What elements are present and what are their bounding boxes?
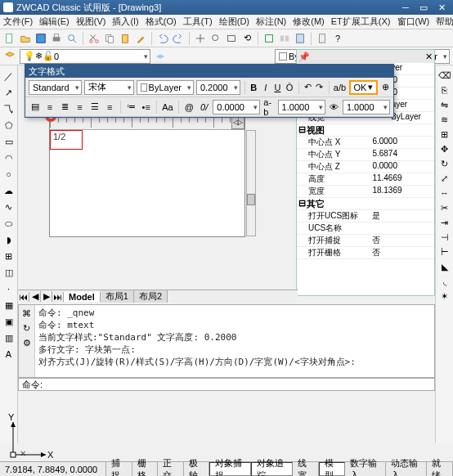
underline-icon[interactable]: U bbox=[273, 81, 283, 94]
tracking-icon[interactable]: a-b bbox=[262, 101, 275, 114]
rectangle-icon[interactable]: ▭ bbox=[2, 134, 16, 149]
mtext-editor[interactable]: 1 ◁▷ 1/2 bbox=[49, 115, 245, 237]
save-icon[interactable] bbox=[34, 32, 47, 45]
layer-combo[interactable]: 💡❄🔓 0 bbox=[20, 49, 150, 64]
align-dist-icon[interactable]: ≡ bbox=[103, 101, 115, 114]
text-ok-button[interactable]: OK▾ bbox=[349, 80, 379, 95]
designcenter-icon[interactable] bbox=[278, 32, 291, 45]
pline-icon[interactable]: ⺄ bbox=[2, 101, 16, 116]
tab-first-icon[interactable]: ⏮ bbox=[18, 292, 29, 302]
offset-icon[interactable]: ≋ bbox=[438, 113, 451, 126]
insert-icon[interactable]: ⊞ bbox=[2, 249, 16, 263]
print-icon[interactable] bbox=[50, 32, 63, 45]
menu-item[interactable]: 文件(F) bbox=[3, 16, 33, 28]
rotate-icon[interactable]: ↻ bbox=[438, 157, 451, 170]
status-toggle[interactable]: 数字输入 bbox=[345, 462, 386, 476]
tab-last-icon[interactable]: ⏭ bbox=[52, 292, 64, 302]
menu-item[interactable]: 编辑(E) bbox=[39, 16, 70, 28]
break-icon[interactable]: ⊣ bbox=[438, 231, 451, 244]
point-icon[interactable]: · bbox=[2, 281, 16, 296]
tab-layout2[interactable]: 布局2 bbox=[134, 290, 168, 303]
status-toggle[interactable]: 极轴 bbox=[184, 462, 210, 476]
oblique-icon[interactable]: 0/ bbox=[198, 101, 210, 114]
cmd-hist-icon[interactable]: ⌘ bbox=[20, 307, 34, 320]
redo-icon[interactable] bbox=[172, 32, 185, 45]
undo-icon[interactable] bbox=[156, 32, 169, 45]
array-icon[interactable]: ⊞ bbox=[438, 128, 451, 141]
status-toggle[interactable]: 对象捕捉 bbox=[209, 462, 251, 476]
text-format-title[interactable]: 文字格式 bbox=[25, 65, 393, 78]
menu-item[interactable]: 绘图(D) bbox=[219, 16, 249, 28]
command-input[interactable]: 命令: bbox=[18, 378, 435, 391]
stretch-icon[interactable]: ↔ bbox=[438, 186, 451, 200]
text-options-icon[interactable]: ⊕ bbox=[380, 81, 390, 94]
fillet-icon[interactable]: ◟ bbox=[438, 275, 451, 288]
explode-icon[interactable]: ✶ bbox=[438, 290, 451, 303]
menu-item[interactable]: 窗口(W) bbox=[397, 16, 430, 28]
prop-row[interactable]: 中心点 Z0.0000 bbox=[297, 161, 434, 173]
cmd-recent-icon[interactable]: ↻ bbox=[20, 321, 34, 335]
prop-row[interactable]: 中心点 Y5.6874 bbox=[297, 149, 434, 161]
text-font-combo[interactable]: 宋体 bbox=[84, 80, 134, 95]
menu-item[interactable]: 标注(N) bbox=[256, 16, 286, 28]
tab-next-icon[interactable]: ▶ bbox=[41, 291, 52, 302]
help-icon[interactable]: ? bbox=[331, 32, 344, 45]
prop-category[interactable]: ⊟视图 bbox=[297, 124, 434, 137]
uppercase-icon[interactable]: Aa bbox=[161, 101, 173, 114]
menu-item[interactable]: 工具(T) bbox=[183, 16, 213, 28]
text-tracking-input[interactable]: 1.0000 bbox=[278, 100, 325, 115]
properties-header[interactable]: 📌 ✕ bbox=[297, 50, 434, 63]
text-undo-icon[interactable]: ↶ bbox=[303, 81, 313, 94]
zoom-window-icon[interactable] bbox=[225, 32, 238, 45]
open-icon[interactable] bbox=[19, 32, 32, 45]
text-height-combo[interactable]: 0.2000 bbox=[196, 80, 240, 95]
prop-row[interactable]: 宽度18.1369 bbox=[297, 186, 434, 198]
menu-item[interactable]: ET扩展工具(X) bbox=[331, 16, 391, 28]
properties-close-icon[interactable]: ✕ bbox=[425, 52, 433, 62]
menu-item[interactable]: 格式(O) bbox=[146, 16, 177, 28]
bullets-icon[interactable]: •≡ bbox=[140, 101, 152, 114]
hatch-icon[interactable]: ▦ bbox=[2, 298, 16, 312]
overline-icon[interactable]: Ō bbox=[285, 81, 294, 94]
text-color-combo[interactable]: ByLayer bbox=[137, 80, 194, 95]
status-toggle[interactable]: 捕捉 bbox=[106, 462, 132, 476]
status-toggle[interactable]: 对象追踪 bbox=[251, 462, 293, 476]
status-toggle[interactable]: 模型 bbox=[319, 462, 346, 476]
mtext-content[interactable]: 1/2 bbox=[53, 132, 65, 141]
erase-icon[interactable]: ⌫ bbox=[438, 69, 451, 82]
cut-icon[interactable] bbox=[87, 32, 101, 45]
bold-icon[interactable]: B bbox=[249, 81, 258, 94]
status-toggle[interactable]: 线宽 bbox=[293, 462, 319, 476]
extend-icon[interactable]: ⇥ bbox=[438, 216, 451, 229]
prop-category[interactable]: ⊟其它 bbox=[297, 198, 434, 210]
prop-row[interactable]: 中心点 X6.0000 bbox=[297, 137, 434, 149]
scroll-thumb[interactable] bbox=[247, 194, 255, 205]
close-button[interactable]: ✕ bbox=[433, 2, 450, 13]
line-icon[interactable]: ／ bbox=[2, 69, 16, 83]
move-icon[interactable]: ✥ bbox=[438, 142, 451, 155]
align-tl-icon[interactable]: ▤ bbox=[29, 101, 41, 114]
italic-icon[interactable]: I bbox=[261, 81, 271, 94]
ellipse-icon[interactable]: ⬭ bbox=[2, 216, 16, 231]
text-width-input[interactable]: 1.0000 bbox=[343, 100, 390, 115]
status-toggle[interactable]: 正交 bbox=[158, 462, 184, 476]
revcloud-icon[interactable]: ☁ bbox=[2, 183, 16, 198]
text-format-panel[interactable]: 文字格式 Standard 宋体 ByLayer 0.2000 B I U Ō … bbox=[25, 64, 394, 118]
block-icon[interactable]: ◫ bbox=[2, 265, 16, 280]
region-icon[interactable]: ▣ bbox=[2, 314, 16, 329]
polygon-icon[interactable]: ⬠ bbox=[2, 118, 16, 132]
status-toggle[interactable]: 栅格 bbox=[132, 462, 159, 476]
menu-item[interactable]: 帮助(H) bbox=[436, 16, 453, 28]
arc-icon[interactable]: ◠ bbox=[2, 150, 16, 165]
zoom-realtime-icon[interactable] bbox=[209, 32, 222, 45]
toolpalettes-icon[interactable] bbox=[294, 32, 307, 45]
text-style-combo[interactable]: Standard bbox=[29, 80, 82, 95]
zoom-prev-icon[interactable]: ⟲ bbox=[240, 32, 253, 45]
prop-row[interactable]: 打开UCS图标是 bbox=[297, 210, 434, 222]
prop-row[interactable]: 高度11.4669 bbox=[297, 173, 434, 186]
symbol-icon[interactable]: @ bbox=[183, 101, 195, 114]
align-left-icon[interactable]: ≡ bbox=[43, 101, 56, 114]
mirror-icon[interactable]: ⇋ bbox=[438, 98, 451, 111]
matchprop-icon[interactable] bbox=[134, 32, 147, 45]
widthfactor-icon[interactable]: 👁 bbox=[328, 101, 340, 114]
